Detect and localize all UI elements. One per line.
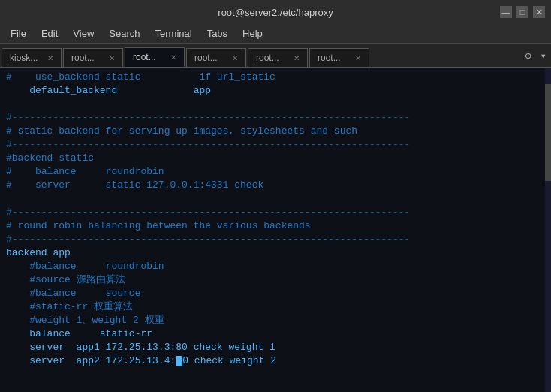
tab-4-close[interactable]: ✕	[294, 54, 300, 62]
terminal-text: # use_backend static if url_static defau…	[6, 71, 545, 368]
menu-search[interactable]: Search	[101, 26, 147, 41]
close-button[interactable]: ✕	[533, 6, 545, 18]
tab-4-label: root...	[256, 53, 279, 63]
menu-edit[interactable]: Edit	[34, 26, 65, 41]
tab-2[interactable]: root... ✕	[125, 47, 185, 67]
menu-view[interactable]: View	[65, 26, 101, 41]
minimize-button[interactable]: —	[500, 6, 512, 18]
tab-2-close[interactable]: ✕	[170, 53, 176, 62]
scrollbar-thumb[interactable]	[545, 84, 551, 182]
scrollbar[interactable]	[545, 68, 551, 392]
maximize-button[interactable]: □	[516, 6, 528, 18]
menu-tabs[interactable]: Tabs	[200, 26, 235, 41]
tab-2-label: root...	[133, 52, 156, 62]
tab-0[interactable]: kiosk... ✕	[2, 48, 62, 67]
window-controls: — □ ✕	[500, 6, 545, 18]
tab-0-label: kiosk...	[10, 53, 38, 63]
menu-bar: File Edit View Search Terminal Tabs Help	[0, 24, 551, 44]
text-cursor	[176, 356, 182, 366]
terminal-content[interactable]: # use_backend static if url_static defau…	[0, 68, 551, 392]
tab-3-label: root...	[194, 53, 218, 63]
tab-3[interactable]: root... ✕	[186, 48, 246, 67]
tab-5-close[interactable]: ✕	[355, 54, 361, 62]
tab-menu-icon[interactable]: ▾	[537, 48, 549, 64]
tab-1[interactable]: root... ✕	[63, 48, 123, 67]
tab-1-label: root...	[71, 53, 95, 63]
tab-0-close[interactable]: ✕	[47, 54, 53, 62]
menu-file[interactable]: File	[3, 26, 34, 41]
window-title: root@server2:/etc/haproxy	[51, 7, 500, 18]
menu-terminal[interactable]: Terminal	[148, 26, 200, 41]
tab-1-close[interactable]: ✕	[109, 54, 115, 62]
tab-5-label: root...	[318, 53, 341, 63]
tab-4[interactable]: root... ✕	[248, 48, 308, 67]
title-bar: root@server2:/etc/haproxy — □ ✕	[0, 0, 551, 24]
menu-help[interactable]: Help	[235, 26, 270, 41]
tab-5[interactable]: root... ✕	[309, 48, 369, 67]
tab-bar: kiosk... ✕ root... ✕ root... ✕ root... ✕…	[0, 44, 551, 68]
tab-bar-actions: ⊕ ▾	[522, 48, 549, 67]
tab-3-close[interactable]: ✕	[232, 54, 238, 62]
new-tab-icon[interactable]: ⊕	[522, 48, 534, 64]
